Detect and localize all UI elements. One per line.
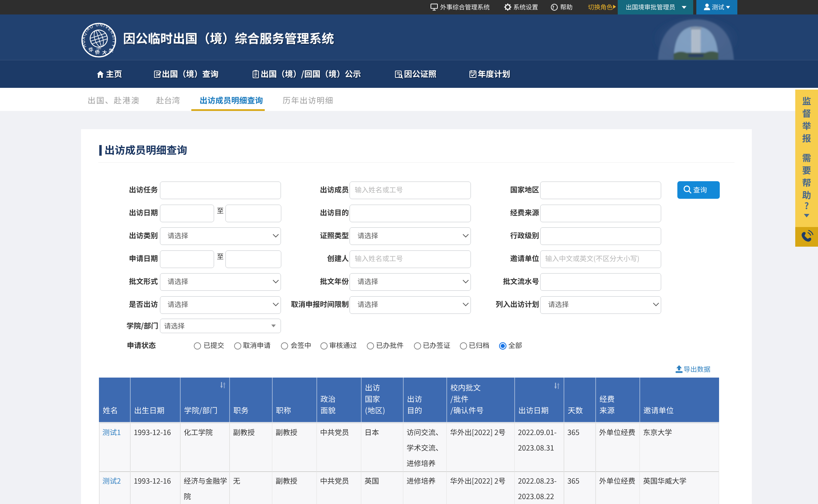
- svg-text:1960: 1960: [97, 48, 101, 50]
